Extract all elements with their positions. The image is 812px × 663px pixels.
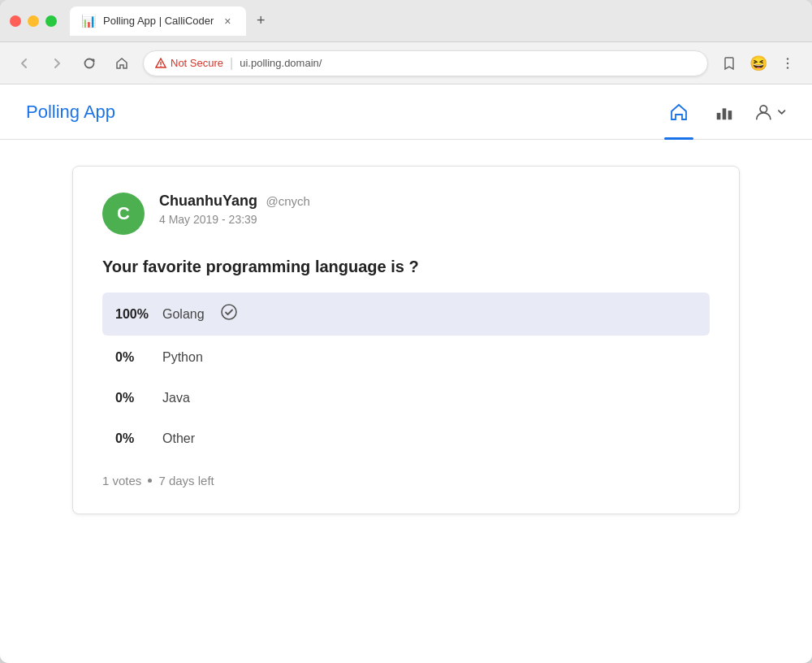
maximize-window-button[interactable] xyxy=(45,15,57,27)
svg-point-2 xyxy=(787,58,788,59)
avatar: C xyxy=(102,193,145,235)
browser-window: 📊 Polling App | CalliCoder × + xyxy=(0,0,812,663)
poll-header: C ChuanhuYang @cnych 4 May 2019 - 23:39 xyxy=(102,193,710,235)
nav-user-button[interactable] xyxy=(754,96,786,128)
poll-option-percent-other: 0% xyxy=(115,431,151,446)
poll-option-other[interactable]: 0% Other xyxy=(102,420,710,457)
nav-icons xyxy=(663,96,786,128)
url-bar[interactable]: Not Secure | ui.polling.domain/ xyxy=(143,50,708,76)
poll-footer-dot xyxy=(148,479,152,483)
tab-title: Polling App | CalliCoder xyxy=(103,15,214,27)
menu-button[interactable] xyxy=(776,52,799,75)
svg-point-9 xyxy=(222,305,236,319)
svg-point-1 xyxy=(160,65,161,66)
poll-votes-count: 1 votes xyxy=(102,474,141,488)
svg-point-8 xyxy=(760,105,767,112)
poll-footer: 1 votes 7 days left xyxy=(102,474,710,488)
address-bar: Not Secure | ui.polling.domain/ 😆 xyxy=(0,42,812,84)
nav-stats-button[interactable] xyxy=(708,96,741,128)
poll-card: C ChuanhuYang @cnych 4 May 2019 - 23:39 … xyxy=(72,166,740,514)
poll-option-percent-java: 0% xyxy=(115,391,151,405)
tab-favicon-icon: 📊 xyxy=(81,14,97,28)
poll-container: C ChuanhuYang @cnych 4 May 2019 - 23:39 … xyxy=(53,166,759,514)
new-tab-button[interactable]: + xyxy=(249,10,272,32)
poll-option-label-golang: Golang xyxy=(162,307,205,322)
tab-bar: 📊 Polling App | CalliCoder × + xyxy=(70,6,802,36)
poll-option-label-java: Java xyxy=(162,391,190,405)
not-secure-label: Not Secure xyxy=(171,57,223,69)
poll-option-python[interactable]: 0% Python xyxy=(102,339,710,376)
app-logo[interactable]: Polling App xyxy=(26,102,663,123)
svg-point-3 xyxy=(787,62,788,63)
poll-option-golang[interactable]: 100% Golang xyxy=(102,292,710,336)
app-content: Polling App xyxy=(0,84,812,663)
bookmark-button[interactable] xyxy=(718,52,741,75)
forward-button[interactable] xyxy=(45,52,68,75)
back-button[interactable] xyxy=(13,52,36,75)
poll-author-info: ChuanhuYang @cnych 4 May 2019 - 23:39 xyxy=(159,193,310,226)
poll-options: 100% Golang 0% Python xyxy=(102,292,710,457)
traffic-lights xyxy=(10,15,57,27)
poll-option-percent-python: 0% xyxy=(115,350,151,365)
svg-point-4 xyxy=(787,67,788,68)
minimize-window-button[interactable] xyxy=(28,15,39,27)
poll-option-label-other: Other xyxy=(162,431,195,446)
poll-author-handle: @cnych xyxy=(266,194,309,208)
security-warning: Not Secure xyxy=(155,57,223,69)
poll-author-name: ChuanhuYang xyxy=(159,193,257,209)
tab-close-button[interactable]: × xyxy=(220,14,235,28)
url-text: ui.polling.domain/ xyxy=(240,57,322,69)
poll-days-left: 7 days left xyxy=(158,474,214,488)
home-button[interactable] xyxy=(110,52,133,75)
poll-option-percent-golang: 100% xyxy=(115,307,151,322)
poll-option-java[interactable]: 0% Java xyxy=(102,379,710,417)
svg-rect-7 xyxy=(728,110,732,119)
reload-button[interactable] xyxy=(78,52,101,75)
svg-rect-6 xyxy=(723,108,727,119)
poll-option-check-golang xyxy=(221,304,237,324)
poll-option-label-python: Python xyxy=(162,350,203,365)
url-divider: | xyxy=(230,56,233,71)
poll-date: 4 May 2019 - 23:39 xyxy=(159,213,310,226)
poll-question: Your favorite programming language is ? xyxy=(102,258,710,276)
address-actions: 😆 xyxy=(718,52,799,75)
nav-home-button[interactable] xyxy=(663,96,695,128)
active-tab[interactable]: 📊 Polling App | CalliCoder × xyxy=(70,6,246,36)
poll-author-name-row: ChuanhuYang @cnych xyxy=(159,193,310,210)
svg-rect-5 xyxy=(717,112,721,119)
emoji-button[interactable]: 😆 xyxy=(747,52,770,75)
app-navbar: Polling App xyxy=(0,84,812,140)
close-window-button[interactable] xyxy=(10,15,21,27)
title-bar: 📊 Polling App | CalliCoder × + xyxy=(0,0,812,42)
